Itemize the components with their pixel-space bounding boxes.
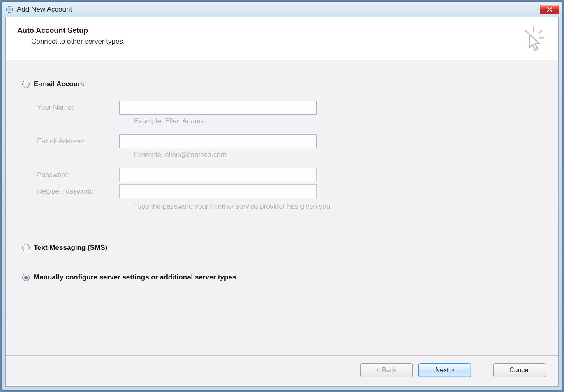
- radio-icon: [22, 81, 30, 88]
- header-subtitle: Connect to other server types.: [31, 37, 520, 46]
- header-title: Auto Account Setup: [17, 26, 520, 35]
- option-sms-label: Text Messaging (SMS): [34, 244, 107, 252]
- radio-icon: [22, 244, 30, 251]
- retype-password-field: [119, 184, 317, 198]
- option-text-messaging[interactable]: Text Messaging (SMS): [22, 244, 542, 252]
- header-strip: Auto Account Setup Connect to other serv…: [6, 17, 558, 60]
- svg-line-3: [525, 30, 528, 33]
- email-address-hint: Example: ellen@contoso.com: [119, 151, 542, 159]
- your-name-label: Your Name:: [37, 104, 119, 112]
- option-manual-label: Manually configure server settings or ad…: [34, 273, 236, 281]
- option-email-label: E-mail Account: [34, 80, 84, 88]
- option-manual-config[interactable]: Manually configure server settings or ad…: [22, 273, 542, 281]
- back-button: < Back: [360, 363, 413, 377]
- password-hint: Type the password your Internet service …: [119, 203, 542, 211]
- app-icon: [5, 5, 14, 14]
- your-name-hint: Example: Ellen Adams: [119, 117, 542, 125]
- svg-line-2: [539, 30, 542, 33]
- dialog-footer: < Back Next > Cancel: [6, 355, 558, 386]
- next-button[interactable]: Next >: [418, 363, 471, 377]
- titlebar[interactable]: Add New Account: [2, 2, 562, 17]
- option-email-account[interactable]: E-mail Account: [22, 80, 542, 88]
- cursor-click-icon: [520, 26, 547, 53]
- email-address-label: E-mail Address:: [37, 137, 119, 145]
- dialog-window: Add New Account Auto Account Setup Conne…: [2, 2, 562, 390]
- close-icon: [547, 7, 552, 12]
- password-field: [119, 168, 317, 182]
- email-form: Your Name: Example: Ellen Adams E-mail A…: [37, 101, 542, 211]
- window-title: Add New Account: [17, 5, 72, 14]
- cancel-button[interactable]: Cancel: [493, 363, 546, 377]
- dialog-content: Auto Account Setup Connect to other serv…: [5, 17, 559, 387]
- password-label: Password:: [37, 171, 119, 179]
- your-name-field: [119, 101, 317, 115]
- close-button[interactable]: [540, 5, 559, 14]
- radio-icon: [22, 274, 30, 281]
- email-address-field: [119, 134, 317, 148]
- dialog-body: E-mail Account Your Name: Example: Ellen…: [6, 60, 558, 355]
- retype-password-label: Retype Password:: [37, 187, 119, 196]
